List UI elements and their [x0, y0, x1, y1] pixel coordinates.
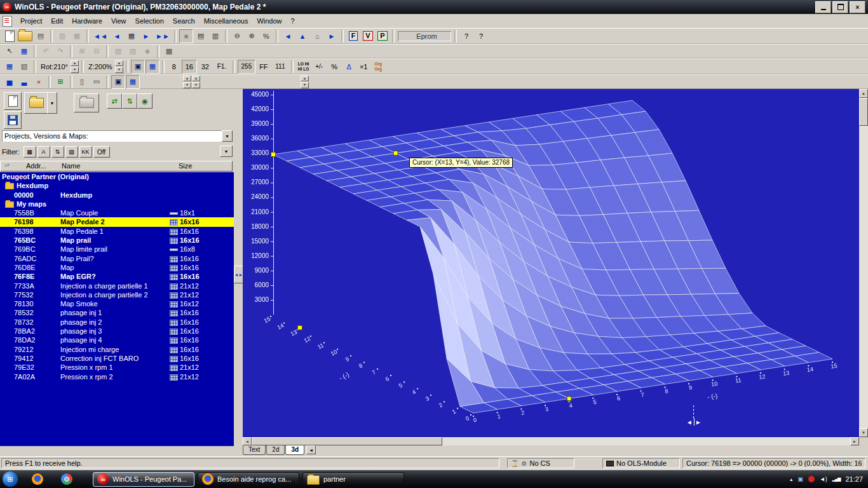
volume-icon[interactable]: ◄) — [820, 476, 827, 482]
zoom-out-icon[interactable]: ⊖ — [230, 29, 244, 43]
delete-map-icon[interactable]: × — [32, 75, 46, 89]
filter-grid-icon[interactable]: ▨ — [65, 146, 78, 158]
minimize-button[interactable] — [815, 1, 831, 13]
factor-mode-button[interactable]: ×1 — [356, 60, 370, 74]
column-addr[interactable]: Addr... — [26, 162, 46, 170]
menu-window[interactable]: Window — [252, 16, 286, 26]
map-row-7A02A[interactable]: 7A02APression x rpm 221x12 — [0, 372, 234, 381]
sign-mode-button[interactable]: +/- — [311, 60, 327, 74]
checksum-icon[interactable]: ▦ — [17, 44, 31, 58]
map-row-7733A[interactable]: 7733AInjection a charge partielle 121x12 — [0, 281, 234, 290]
filter-dropdown-icon[interactable]: ▼ — [220, 146, 233, 157]
chrome-quicklaunch-icon[interactable] — [61, 473, 72, 485]
signal-view-icon[interactable]: ▅ — [3, 75, 17, 89]
menu-miscellaneous[interactable]: Miscellaneous — [200, 16, 253, 26]
zoom-in-icon[interactable]: ⊕ — [245, 29, 259, 43]
map-row-765BC[interactable]: 765BCMap prail16x16 — [0, 236, 234, 245]
splitter-handle-icon[interactable]: ◄► — [234, 266, 243, 283]
save-project-icon[interactable] — [4, 111, 22, 129]
network-icon[interactable]: ▂▄▆ — [832, 477, 841, 482]
map-row-79412[interactable]: 79412Correction inj FCT BARO16x16 — [0, 354, 234, 363]
view-mode-grid-icon[interactable]: ▦ — [146, 60, 159, 74]
context-help-icon[interactable]: ? — [474, 29, 488, 43]
map-2d-icon[interactable]: ▦ — [3, 60, 17, 74]
properties-icon[interactable]: ▩ — [162, 44, 176, 58]
zoom-level-spinner[interactable]: ▲▼ — [115, 60, 123, 73]
map-row-769BC[interactable]: 769BCMap limite prail16x8 — [0, 245, 234, 254]
scroll-right-icon[interactable]: ► — [850, 437, 859, 445]
function-v-icon[interactable]: V — [361, 29, 375, 43]
goto-address-icon[interactable]: ▲ — [295, 29, 309, 43]
hex-mode-button[interactable]: FF — [256, 60, 271, 74]
export-maps-icon[interactable]: ⇄ — [107, 93, 122, 109]
menu-project[interactable]: Project — [16, 16, 46, 26]
project-selector-combobox[interactable]: Projects, Versions & Maps: — [2, 130, 222, 142]
column-spinner[interactable]: ▲▼ — [192, 76, 200, 88]
tray-expand-icon[interactable]: ▴ — [790, 477, 792, 482]
add-map-icon[interactable]: ⊞ — [53, 75, 67, 89]
anchor-icon[interactable]: ⌂ — [310, 29, 324, 43]
tab-2d[interactable]: 2d — [266, 445, 285, 455]
zoom-percent-icon[interactable]: % — [259, 29, 273, 43]
rotation-spinner[interactable]: ▲▼ — [71, 60, 79, 73]
filter-az-icon[interactable]: A — [37, 146, 50, 158]
value-spinner[interactable]: ▲▼ — [301, 76, 309, 88]
scroll-up-icon[interactable]: ▲ — [859, 89, 868, 98]
tab-text[interactable]: Text — [243, 445, 266, 455]
binary-mode-button[interactable]: 111 — [272, 60, 288, 74]
project-row[interactable]: Peugeot Partner (Original) — [0, 172, 234, 181]
tray-alert-icon[interactable] — [808, 476, 815, 482]
vertical-scroll-thumb[interactable] — [859, 98, 868, 126]
map-row-78130[interactable]: 78130Map Smoke16x12 — [0, 299, 234, 308]
details-view-icon[interactable]: ▤ — [194, 29, 208, 43]
tray-app-icon[interactable]: ▣ — [797, 476, 803, 482]
import-file-icon[interactable] — [74, 93, 99, 112]
filter-off-button[interactable]: Off — [93, 146, 110, 158]
last-window-icon[interactable]: ►► — [154, 29, 172, 43]
map-list-view-icon[interactable]: ▣ — [111, 75, 125, 89]
maximize-button[interactable] — [832, 1, 848, 13]
first-window-icon[interactable]: ◄◄ — [92, 29, 109, 43]
map-grid-view-icon[interactable]: ▦ — [126, 75, 140, 89]
bits-16-button[interactable]: 16 — [182, 60, 197, 74]
filter-kk-icon[interactable]: KK — [79, 146, 92, 158]
menu-hardware[interactable]: Hardware — [67, 16, 107, 26]
function-f-icon[interactable]: F — [346, 29, 360, 43]
view-mode-2d-icon[interactable]: ▣ — [131, 60, 145, 74]
import-maps-icon[interactable]: ⇅ — [122, 93, 137, 109]
map-row-78532[interactable]: 78532phasage inj 116x16 — [0, 308, 234, 317]
insert-row-icon[interactable]: ▭ — [90, 75, 104, 89]
menu-help[interactable]: ? — [287, 16, 299, 26]
map-row-79212[interactable]: 79212Injection mi charge16x16 — [0, 345, 234, 354]
open-project-dropdown[interactable]: ▼ — [47, 92, 57, 114]
sort-icons[interactable]: ▵▿ — [4, 162, 10, 168]
taskbar-clock[interactable]: 21:27 — [845, 475, 863, 483]
select-icon[interactable]: ↖ — [3, 44, 17, 58]
snapshot-icon[interactable]: ◉ — [137, 93, 153, 109]
map-row-76F8E[interactable]: 76F8EMap EGR?16x16 — [0, 272, 234, 281]
delta-mode-button[interactable]: Δ — [342, 60, 356, 74]
column-size[interactable]: Size — [179, 162, 192, 170]
map-3d-icon[interactable]: ▧ — [17, 60, 31, 74]
menu-search[interactable]: Search — [168, 16, 200, 26]
signal-broken-icon[interactable]: ▃ — [17, 75, 31, 89]
panel-splitter[interactable]: ◄► — [234, 89, 243, 456]
next-window-icon[interactable]: ► — [139, 29, 153, 43]
goto-previous-icon[interactable]: ◄ — [281, 29, 295, 43]
taskbar-button-firefox[interactable]: Besoin aide reprog ca... — [198, 472, 299, 487]
menu-view[interactable]: View — [107, 16, 131, 26]
tab-scroll-left-icon[interactable]: ◄ — [306, 445, 316, 454]
eprom-view-box[interactable]: Eprom — [397, 30, 452, 42]
goto-next-icon[interactable]: ► — [325, 29, 339, 43]
menu-edit[interactable]: Edit — [46, 16, 67, 26]
print-icon[interactable]: ▤ — [34, 29, 48, 43]
folder-row[interactable]: Hexdump — [0, 181, 234, 190]
help-icon[interactable]: ? — [459, 29, 473, 43]
insert-column-icon[interactable]: ▯ — [75, 75, 89, 89]
original-values-button[interactable]: OrgOrg — [371, 60, 385, 74]
start-button[interactable]: ⊞ — [3, 471, 18, 487]
function-p-icon[interactable]: P — [376, 29, 390, 43]
firefox-quicklaunch-icon[interactable] — [32, 473, 43, 485]
menu-selection[interactable]: Selection — [131, 16, 168, 26]
taskbar-button-winols[interactable]: WinOLS - Peugeot Pa... — [93, 472, 194, 487]
